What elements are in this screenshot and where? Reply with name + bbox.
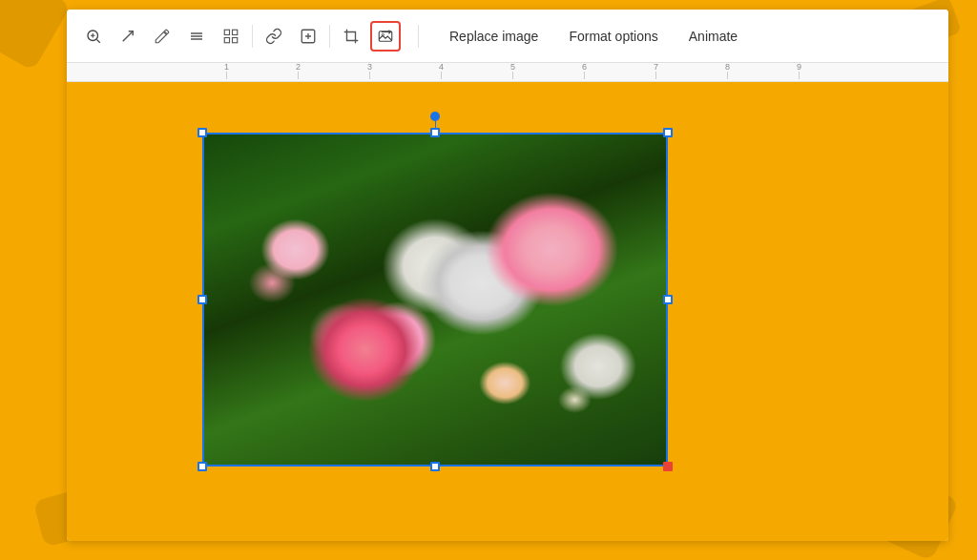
resize-handle-bottom-right[interactable]: [663, 462, 673, 471]
selected-image-container[interactable]: [202, 133, 668, 467]
slide: [183, 112, 832, 512]
canvas-area[interactable]: [67, 82, 948, 541]
decorative-shape-tl: [0, 0, 72, 72]
ruler-marks: 1 2 3 4 5 6 7: [67, 63, 835, 79]
flower-image[interactable]: [202, 133, 668, 467]
replace-image-button[interactable]: Replace image: [436, 23, 551, 50]
divider-3: [418, 25, 419, 48]
svg-line-1: [96, 39, 99, 42]
svg-line-2: [123, 31, 134, 41]
ruler-mark-3: 3: [334, 63, 405, 79]
resize-handle-bottom-center[interactable]: [430, 462, 440, 471]
arrow-tool-icon[interactable]: [113, 21, 143, 52]
svg-rect-8: [224, 37, 229, 42]
divider-2: [329, 25, 330, 48]
smart-select-icon[interactable]: [78, 21, 109, 52]
resize-handle-middle-left[interactable]: [197, 295, 207, 304]
ruler-mark-5: 5: [477, 63, 549, 79]
toolbar: Replace image Format options Animate: [67, 10, 948, 63]
ruler: 1 2 3 4 5 6 7: [67, 63, 948, 82]
grid-icon[interactable]: [216, 21, 246, 52]
resize-handle-middle-right[interactable]: [663, 295, 673, 304]
ruler-mark-2: 2: [262, 63, 334, 79]
ruler-mark-7: 7: [620, 63, 692, 79]
ruler-mark-9: 9: [763, 63, 835, 79]
resize-handle-top-right[interactable]: [663, 128, 673, 137]
ruler-mark-8: 8: [692, 63, 763, 79]
svg-rect-7: [233, 30, 238, 34]
resize-handle-top-center[interactable]: [430, 128, 440, 137]
svg-rect-9: [233, 37, 238, 42]
link-icon[interactable]: [259, 21, 289, 52]
resize-handle-bottom-left[interactable]: [197, 462, 207, 471]
format-options-button[interactable]: Format options: [555, 23, 671, 50]
add-icon[interactable]: [293, 21, 323, 52]
ruler-mark-4: 4: [405, 63, 477, 79]
svg-rect-6: [224, 30, 229, 34]
resize-handle-top-left[interactable]: [197, 128, 207, 137]
editor-container: Replace image Format options Animate 1 2…: [67, 10, 948, 541]
pencil-icon[interactable]: [147, 21, 177, 52]
text-lines-icon[interactable]: [181, 21, 212, 52]
rotation-handle[interactable]: [430, 112, 440, 121]
crop-icon[interactable]: [336, 21, 366, 52]
ruler-mark-6: 6: [549, 63, 620, 79]
divider-1: [252, 25, 253, 48]
ruler-mark-1: 1: [191, 63, 262, 79]
replace-image-tool-icon[interactable]: [370, 21, 401, 52]
animate-button[interactable]: Animate: [676, 23, 751, 50]
